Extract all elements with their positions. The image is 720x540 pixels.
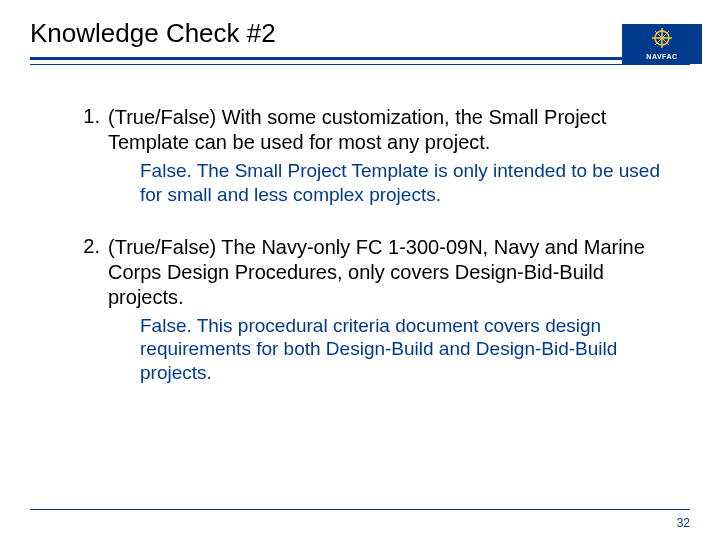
header-rule-thin [30, 64, 690, 65]
slide-header: Knowledge Check #2 NAVFAC [0, 0, 720, 65]
logo-text: NAVFAC [623, 51, 701, 63]
slide-content: 1. (True/False) With some customization,… [0, 65, 720, 385]
logo-emblem-icon [623, 25, 701, 51]
page-number: 32 [677, 516, 690, 530]
question-number: 1. [60, 105, 108, 155]
question-block: 1. (True/False) With some customization,… [60, 105, 660, 207]
header-rule-thick [30, 57, 690, 60]
question-text: (True/False) With some customization, th… [108, 105, 660, 155]
question-number: 2. [60, 235, 108, 310]
question-text: (True/False) The Navy-only FC 1-300-09N,… [108, 235, 660, 310]
footer-rule [30, 509, 690, 510]
answer-text: False. This procedural criteria document… [140, 314, 660, 385]
navfac-logo: NAVFAC [622, 24, 702, 64]
slide-title: Knowledge Check #2 [30, 18, 690, 49]
answer-text: False. The Small Project Template is onl… [140, 159, 660, 207]
question-block: 2. (True/False) The Navy-only FC 1-300-0… [60, 235, 660, 385]
